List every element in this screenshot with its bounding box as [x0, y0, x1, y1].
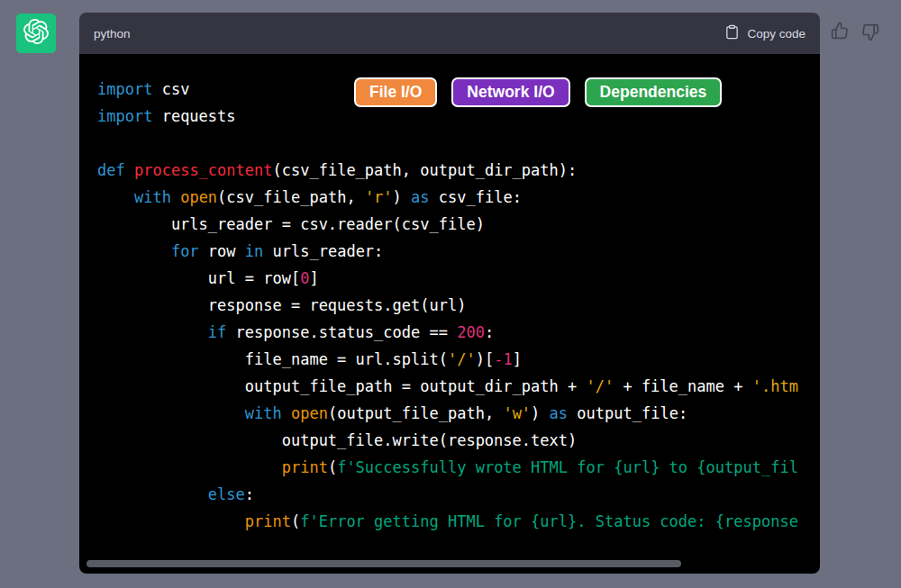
badge-file-i-o[interactable]: File I/O	[354, 77, 437, 107]
code-line: print(f'Error getting HTML for {url}. St…	[97, 508, 802, 535]
code-line: print(f'Successfully wrote HTML for {url…	[97, 454, 802, 481]
code-line: else:	[97, 481, 802, 508]
code-line: def process_content(csv_file_path, outpu…	[97, 157, 802, 184]
code-language-label: python	[94, 27, 131, 41]
thumbs-up-button[interactable]	[831, 20, 849, 44]
code-line: url = row[0]	[97, 265, 802, 292]
code-line: output_file.write(response.text)	[97, 427, 802, 454]
code-line: urls_reader = csv.reader(csv_file)	[97, 211, 802, 238]
badge-network-i-o[interactable]: Network I/O	[451, 77, 569, 107]
annotation-badges: File I/ONetwork I/ODependencies	[354, 77, 722, 107]
code-line	[97, 130, 802, 157]
thumbs-down-button[interactable]	[861, 20, 879, 44]
code-content: import csvimport requests def process_co…	[79, 54, 820, 574]
openai-logo-icon	[23, 19, 49, 48]
code-line: with open(output_file_path, 'w') as outp…	[97, 400, 802, 427]
code-line: for row in urls_reader:	[97, 238, 802, 265]
code-block-header: python Copy code	[79, 13, 820, 54]
copy-code-label: Copy code	[747, 27, 805, 41]
copy-code-button[interactable]: Copy code	[724, 24, 805, 42]
badge-dependencies[interactable]: Dependencies	[585, 77, 723, 107]
code-line: output_file_path = output_dir_path + '/'…	[97, 373, 802, 400]
code-line: file_name = url.split('/')[-1]	[97, 346, 802, 373]
feedback-controls	[831, 20, 879, 44]
thumbs-up-icon	[831, 29, 849, 42]
horizontal-scrollbar-thumb[interactable]	[86, 560, 681, 567]
code-line: response = requests.get(url)	[97, 292, 802, 319]
assistant-avatar	[16, 14, 56, 53]
clipboard-icon	[724, 24, 740, 42]
code-block: python Copy code import csvimport reques…	[79, 13, 820, 574]
thumbs-down-icon	[861, 31, 879, 44]
code-body: import csvimport requests def process_co…	[79, 54, 820, 574]
code-line: if response.status_code == 200:	[97, 319, 802, 346]
code-line: with open(csv_file_path, 'r') as csv_fil…	[97, 184, 802, 211]
